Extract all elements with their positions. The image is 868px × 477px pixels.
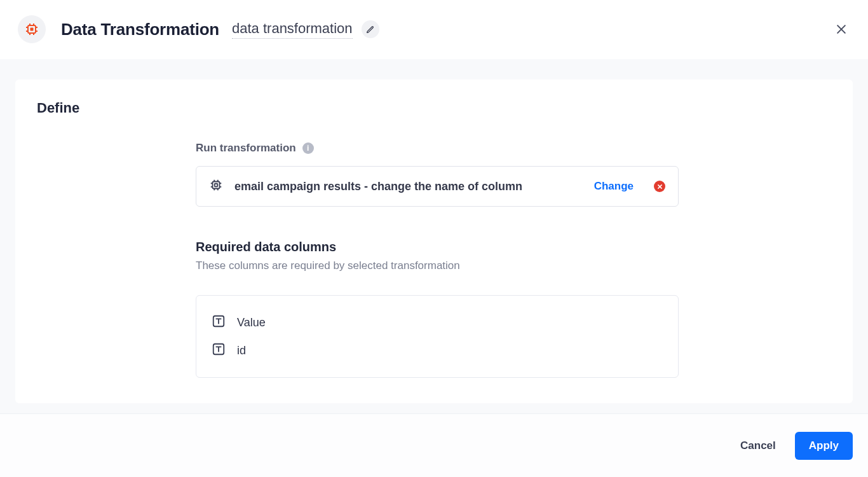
text-type-icon (212, 314, 226, 331)
change-transformation-link[interactable]: Change (594, 180, 634, 193)
run-transformation-label-row: Run transformation i (196, 142, 679, 155)
define-card: Define Run transformation i e (15, 80, 853, 403)
close-icon (835, 23, 848, 36)
svg-rect-13 (215, 184, 218, 187)
svg-rect-1 (31, 28, 34, 31)
required-column-name: Value (237, 316, 266, 329)
pencil-icon (366, 25, 374, 34)
page-subtitle[interactable]: data transformation (232, 20, 353, 39)
required-columns-box: Value id (196, 295, 679, 378)
modal-body: Define Run transformation i e (0, 59, 868, 413)
selected-transformation-box: email campaign results - change the name… (196, 166, 679, 207)
define-form: Run transformation i email campaign resu… (196, 142, 679, 378)
modal-header: Data Transformation data transformation (0, 0, 868, 59)
transformation-chip-icon (18, 15, 46, 43)
transformation-icon (209, 178, 223, 195)
required-column-name: id (237, 344, 246, 357)
required-column-row: id (212, 336, 663, 364)
required-column-row: Value (212, 308, 663, 336)
svg-rect-12 (213, 182, 220, 189)
close-button[interactable] (832, 20, 850, 38)
required-columns-description: These columns are required by selected t… (196, 259, 679, 272)
info-icon[interactable]: i (302, 142, 314, 154)
remove-transformation-button[interactable] (654, 181, 665, 192)
required-columns-heading: Required data columns (196, 240, 679, 254)
cancel-button[interactable]: Cancel (726, 432, 790, 460)
modal-footer: Cancel Apply (0, 413, 868, 477)
edit-title-button[interactable] (362, 20, 379, 38)
text-type-icon (212, 342, 226, 359)
section-title-define: Define (37, 100, 831, 116)
run-transformation-label: Run transformation (196, 142, 296, 155)
page-title: Data Transformation (61, 20, 219, 39)
remove-icon (657, 184, 663, 190)
selected-transformation-name: email campaign results - change the name… (234, 180, 583, 193)
apply-button[interactable]: Apply (795, 432, 853, 460)
